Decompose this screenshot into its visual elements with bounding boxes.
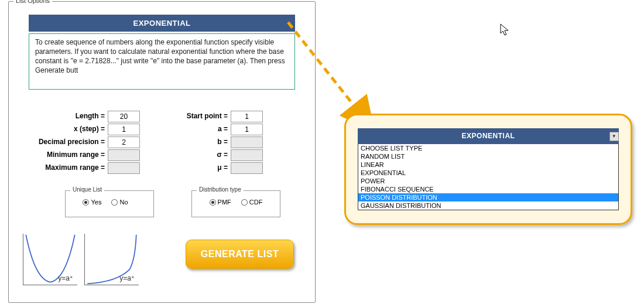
list-options-panel: List Options EXPONENTIAL To create seque… — [8, 1, 316, 303]
label-max-range: Maximum range = — [29, 163, 105, 172]
preview-thumb-2: y=aˣ — [84, 234, 139, 285]
label-mu: μ = — [169, 163, 228, 172]
label-sigma: σ = — [169, 151, 228, 159]
description-box: To create sequence of numbers along the … — [29, 33, 295, 90]
dropdown-item[interactable]: FIBONACCI SEQUENCE — [358, 185, 618, 193]
dropdown-callout: EXPONENTIAL ▼ CHOOSE LIST TYPERANDOM LIS… — [344, 114, 632, 225]
label-a: a = — [169, 125, 228, 133]
dropdown-item[interactable]: RANDOM LIST — [358, 152, 618, 160]
mouse-cursor-icon — [500, 23, 511, 36]
dropdown-item[interactable]: GAUSSIAN DISTRIBUTION — [358, 201, 618, 210]
input-sigma[interactable] — [231, 149, 263, 161]
generate-list-button[interactable]: GENERATE LIST — [186, 240, 294, 269]
radio-dot-icon — [111, 199, 118, 206]
input-x-step[interactable] — [108, 124, 140, 135]
input-min-range[interactable] — [108, 149, 140, 161]
preview-thumb-2-label: y=aˣ — [119, 274, 134, 282]
radio-dot-icon — [241, 199, 248, 206]
dropdown-header[interactable]: EXPONENTIAL ▼ — [358, 128, 619, 144]
radio-dist-cdf[interactable]: CDF — [241, 199, 263, 206]
list-type-header: EXPONENTIAL — [29, 15, 295, 32]
label-length: Length = — [29, 112, 105, 120]
radio-dist-pmf[interactable]: PMF — [210, 199, 231, 206]
label-start-point: Start point = — [169, 112, 228, 120]
chevron-down-icon[interactable]: ▼ — [609, 132, 619, 141]
preview-area: y=aˣ y=aˣ — [19, 230, 142, 289]
label-dec-prec: Decimal precision = — [29, 138, 105, 146]
preview-thumb-1-label: y=aˣ — [58, 274, 73, 282]
parameters-area: Length = Start point = x (step) = a = De… — [29, 111, 295, 136]
label-x-step: x (step) = — [29, 125, 105, 133]
radio-dot-icon — [210, 199, 216, 206]
input-dec-prec[interactable] — [108, 136, 140, 148]
preview-thumb-1: y=aˣ — [23, 234, 77, 285]
dropdown-item[interactable]: CHOOSE LIST TYPE — [358, 144, 618, 152]
dropdown-item[interactable]: EXPONENTIAL — [358, 169, 618, 177]
input-mu[interactable] — [231, 162, 263, 174]
input-max-range[interactable] — [108, 162, 140, 174]
input-length[interactable] — [108, 111, 140, 122]
radio-unique-no[interactable]: No — [111, 199, 128, 206]
radio-unique-yes[interactable]: Yes — [83, 199, 101, 206]
dropdown-item[interactable]: POISSON DISTRIBUTION — [358, 193, 618, 201]
distribution-type-legend: Distribution type — [197, 186, 244, 193]
panel-legend: List Options — [13, 0, 52, 4]
unique-list-legend: Unique List — [70, 186, 104, 193]
dropdown-list[interactable]: CHOOSE LIST TYPERANDOM LISTLINEAREXPONEN… — [358, 144, 619, 210]
input-start-point[interactable] — [231, 111, 263, 122]
distribution-type-frame: Distribution type PMF CDF — [191, 190, 280, 217]
label-min-range: Minimum range = — [29, 151, 105, 159]
input-b[interactable] — [231, 136, 263, 148]
dropdown-item[interactable]: LINEAR — [358, 160, 618, 169]
dropdown-item[interactable]: POWER — [358, 177, 618, 185]
radio-dot-icon — [83, 199, 89, 206]
input-a[interactable] — [231, 124, 263, 135]
unique-list-frame: Unique List Yes No — [65, 190, 154, 217]
label-b: b = — [169, 138, 228, 146]
